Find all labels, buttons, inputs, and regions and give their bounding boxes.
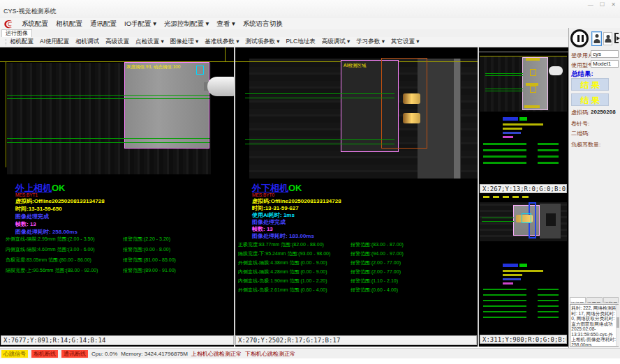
alarm-range-text: 报警范围:(81.00 - 85.00) — [123, 257, 176, 264]
user-login-button[interactable] — [591, 31, 602, 46]
app-window: CYS-视觉检测系统 — ☐ ✕ 系统配置 相机配置 通讯配置 IO手配置 ▾ … — [0, 0, 620, 364]
alarm-range-text: 报警范围:(2.20 - 3.20) — [123, 236, 170, 243]
toolbar-item-camera-debug[interactable]: 相机调试 — [75, 38, 99, 46]
mini-text-line — [538, 311, 559, 312]
frame-count-text: 帧数: 13 — [15, 220, 36, 228]
qr-code-label: 二维码: — [571, 130, 589, 137]
neg-tab-count-label: 负极耳数量: — [571, 141, 600, 149]
toolbar-item-other-settings[interactable]: 其它设置 ▾ — [391, 38, 420, 46]
log-tab-alarm[interactable]: 报警日志 — [603, 297, 619, 303]
log-scrollbar[interactable] — [616, 305, 619, 346]
mini-label-smudge — [526, 58, 540, 61]
mini-text-line — [538, 143, 559, 145]
menu-item-comm-config[interactable]: 通讯配置 — [90, 20, 117, 29]
menu-item-io-config[interactable]: IO手配置 ▾ — [124, 20, 156, 29]
toolbar-item-spot-check[interactable]: 点检设置 ▾ — [135, 38, 164, 46]
mini-text-line — [503, 264, 518, 267]
alarm-range-text: 报警范围:(0.60 - 4.00) — [350, 287, 398, 294]
measure-line — [7, 95, 209, 96]
toolbar-item-test-params[interactable]: 测试项参数 ▾ — [245, 38, 279, 46]
alarm-range-text: 报警范围:(83.00 - 87.00) — [350, 241, 404, 248]
mini-roi-box — [530, 86, 536, 93]
login-user-value[interactable]: cys — [591, 50, 619, 58]
measure-line — [485, 73, 523, 74]
log-tab-label: 运行日志 — [570, 301, 586, 303]
mini-label-smudge — [522, 196, 529, 198]
measure-line — [482, 218, 514, 218]
measure-line — [485, 75, 523, 76]
log-scrollbar-thumb[interactable] — [617, 317, 619, 328]
mini-text-line — [538, 162, 559, 164]
toolbar-item-learning-params[interactable]: 学习参数 ▾ — [356, 38, 385, 46]
toolbar-item-baseline-params[interactable]: 基准线参数 ▾ — [205, 38, 239, 46]
dark-notch — [546, 213, 556, 226]
toolbar-item-plc-address[interactable]: PLC地址表 — [286, 38, 316, 46]
exit-button[interactable] — [614, 31, 620, 46]
toolbar-item-advanced-settings[interactable]: 高级设置 — [105, 38, 129, 46]
cyan-roi-box — [522, 213, 531, 223]
virtual-code-value: 20250208 — [591, 109, 616, 115]
mini-text-line — [503, 117, 518, 121]
camera-image-small-bottom[interactable] — [480, 199, 567, 241]
log-output[interactable]: 耗时: 222, 网络检测耗时: 17, 网络分类耗时: 0, 网络获取分类耗时… — [570, 304, 619, 347]
minimize-button[interactable]: — — [588, 1, 593, 8]
roi-threshold-label: 灰度阈值:93, 动态阈值:100 — [126, 63, 180, 70]
toolbar-item-ai-usage-config[interactable]: AI使用配置 — [40, 38, 69, 46]
pause-button[interactable] — [570, 29, 589, 47]
menu-item-light-config[interactable]: 光源控制配置 ▾ — [164, 20, 209, 29]
window-title: CYS-视觉检测系统 — [3, 7, 57, 16]
mini-text-line — [483, 143, 526, 145]
maximize-button[interactable]: ☐ — [600, 1, 605, 8]
measurement-text: 外侧直线-隔膜:2.95mm 范围:(2.00 - 3.50) — [6, 236, 95, 243]
tab-highlight — [403, 113, 420, 123]
mini-text-line — [538, 289, 559, 290]
alarm-range-text: 报警范围:(1.10 - 2.10) — [350, 278, 398, 285]
mini-text-line — [503, 132, 521, 134]
alarm-range-text: 报警范围:(94.00 - 97.00) — [350, 250, 404, 257]
mini-text-line — [483, 289, 526, 290]
mini-text-line — [503, 128, 522, 130]
measure-line — [7, 138, 209, 139]
camera-middle-pixel-readout: X:270;Y:2502;R:17;G:17;B:17 — [235, 335, 477, 345]
mini-text-line — [519, 264, 527, 267]
toolbar-item-image-processing[interactable]: 图像处理 ▾ — [170, 38, 199, 46]
toolbar-item-advanced-debug[interactable]: 高级调试 ▾ — [322, 38, 350, 46]
user-icon — [593, 39, 600, 43]
mini-text-line — [483, 317, 526, 318]
process-done-text: 图像处理完成 — [15, 213, 49, 220]
alarm-range-text: 报警范围:(2.00 - 77.00) — [350, 268, 401, 275]
alarm-range-text: 报警范围:(89.00 - 91.00) — [123, 267, 176, 274]
log-tab-run[interactable]: 运行日志 — [570, 297, 586, 303]
log-tab-settings[interactable]: 设置日志 — [586, 297, 603, 303]
measurement-text: 外侧直线-隔膜:4.38mm 范围:(0.00 - 9.00) — [238, 259, 327, 266]
user-account-button[interactable] — [603, 32, 612, 45]
camera-image-left[interactable]: 灰度阈值:93, 动态阈值:100 — [0, 47, 235, 180]
bright-strip — [454, 59, 460, 179]
model-input[interactable]: Model1 — [591, 60, 619, 68]
memory-usage-text: Memory: 3424.41796875M — [121, 351, 188, 357]
menu-item-view[interactable]: 查看 ▾ — [216, 20, 235, 29]
menu-item-system-config[interactable]: 系统配置 — [22, 20, 48, 29]
measure-line — [245, 93, 394, 94]
measurement-text: 隔膜宽度-上:90.56mm 范围:(88.00 - 92.00) — [6, 267, 98, 274]
mini-text-line — [503, 123, 543, 126]
measurement-text: 内侧直线-隔膜:4.60mm 范围:(3.00 - 6.00) — [6, 246, 95, 253]
pause-icon — [577, 35, 580, 42]
mini-label-smudge — [503, 196, 509, 198]
camera-image-middle[interactable]: AI检测区域 — [235, 47, 478, 180]
camera-image-small-top[interactable] — [480, 52, 567, 112]
measure-line — [245, 98, 394, 98]
baseline-yellow-line — [480, 56, 567, 56]
mini-text-line — [538, 300, 559, 301]
mini-text-line — [483, 300, 526, 301]
lower-camera-heartbeat-text: 下相机心跳检测正常 — [245, 350, 295, 358]
virtual-code-label: 虚拟码: — [571, 109, 589, 116]
reel-number-label: 卷针号: — [571, 120, 589, 128]
tab-run-image[interactable]: 运行图像 — [1, 29, 32, 37]
menu-item-camera-config[interactable]: 相机配置 — [56, 20, 82, 29]
toolbar-item-camera-config[interactable]: 相机配置 — [10, 38, 34, 46]
menu-item-language-switch[interactable]: 系统语言切换 — [243, 20, 283, 29]
close-button[interactable]: ✕ — [611, 1, 616, 8]
log-tab-label: 设置日志 — [587, 301, 603, 303]
mini-text-line — [538, 156, 559, 158]
